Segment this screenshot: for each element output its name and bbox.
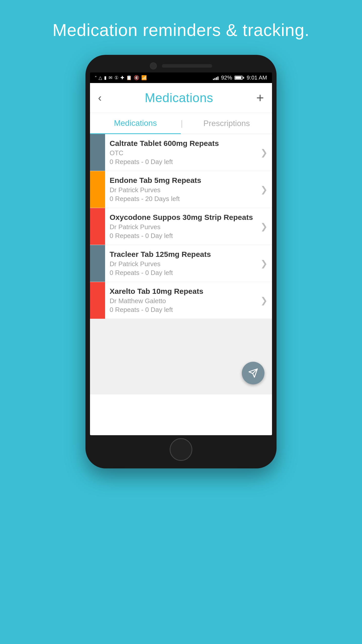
med-doctor-3: Dr Patrick Purves bbox=[110, 260, 256, 268]
fab-button[interactable] bbox=[242, 362, 264, 384]
tablet-icon: ▮ bbox=[104, 75, 107, 80]
phone-home-button[interactable] bbox=[170, 438, 192, 461]
num-icon: ① bbox=[114, 75, 118, 80]
med-item-3[interactable]: Tracleer Tab 125mg RepeatsDr Patrick Pur… bbox=[90, 245, 272, 282]
med-name-4: Xarelto Tab 10mg Repeats bbox=[110, 287, 256, 296]
med-repeats-3: 0 Repeats - 0 Day left bbox=[110, 269, 256, 277]
send-icon bbox=[248, 368, 258, 378]
med-item-2[interactable]: Oxycodone Suppos 30mg Strip RepeatsDr Pa… bbox=[90, 208, 272, 245]
med-info-2: Oxycodone Suppos 30mg Strip RepeatsDr Pa… bbox=[105, 208, 260, 245]
med-item-1[interactable]: Endone Tab 5mg RepeatsDr Patrick Purves0… bbox=[90, 171, 272, 208]
add-button[interactable]: + bbox=[256, 91, 264, 104]
med-doctor-0: OTC bbox=[110, 149, 256, 157]
med-doctor-4: Dr Matthew Galetto bbox=[110, 297, 256, 305]
med-repeats-0: 0 Repeats - 0 Day left bbox=[110, 158, 256, 166]
med-doctor-2: Dr Patrick Purves bbox=[110, 223, 256, 231]
med-item-0[interactable]: Caltrate Tablet 600mg RepeatsOTC0 Repeat… bbox=[90, 134, 272, 171]
med-repeats-2: 0 Repeats - 0 Day left bbox=[110, 232, 256, 240]
med-color-bar-2 bbox=[90, 208, 105, 245]
status-bar: “ △ ▮ ✉ ① ✚ 📋 🔇 📶 92% 9:01 AM bbox=[90, 72, 272, 83]
mail-icon: ✉ bbox=[109, 75, 112, 80]
battery-pct: 92% bbox=[221, 74, 232, 81]
status-right: 92% 9:01 AM bbox=[213, 74, 267, 81]
med-info-0: Caltrate Tablet 600mg RepeatsOTC0 Repeat… bbox=[105, 134, 260, 171]
med-repeats-1: 0 Repeats - 20 Days left bbox=[110, 195, 256, 203]
medication-list: Caltrate Tablet 600mg RepeatsOTC0 Repeat… bbox=[90, 134, 272, 319]
med-chevron-0: ❯ bbox=[260, 134, 272, 171]
back-button[interactable]: ‹ bbox=[98, 93, 102, 103]
page-headline: Medication reminders & tracking. bbox=[53, 20, 309, 40]
med-color-bar-4 bbox=[90, 282, 105, 319]
warning-icon: △ bbox=[99, 75, 102, 80]
med-repeats-4: 0 Repeats - 0 Day left bbox=[110, 306, 256, 314]
med-chevron-3: ❯ bbox=[260, 245, 272, 282]
mute-icon: 🔇 bbox=[134, 75, 139, 80]
med-name-2: Oxycodone Suppos 30mg Strip Repeats bbox=[110, 213, 256, 222]
med-doctor-1: Dr Patrick Purves bbox=[110, 186, 256, 194]
phone-camera bbox=[150, 62, 157, 69]
tabs-bar: Medications | Prescriptions bbox=[90, 113, 272, 134]
med-chevron-1: ❯ bbox=[260, 171, 272, 208]
med-info-1: Endone Tab 5mg RepeatsDr Patrick Purves0… bbox=[105, 171, 260, 208]
phone-screen: ‹ Medications + Medications | Prescripti… bbox=[90, 83, 272, 435]
med-color-bar-3 bbox=[90, 245, 105, 282]
med-info-3: Tracleer Tab 125mg RepeatsDr Patrick Pur… bbox=[105, 245, 260, 282]
app-header: ‹ Medications + bbox=[90, 83, 272, 113]
footer-area bbox=[90, 319, 272, 394]
med-info-4: Xarelto Tab 10mg RepeatsDr Matthew Galet… bbox=[105, 282, 260, 319]
med-name-1: Endone Tab 5mg Repeats bbox=[110, 176, 256, 185]
med-chevron-2: ❯ bbox=[260, 208, 272, 245]
phone-shell: “ △ ▮ ✉ ① ✚ 📋 🔇 📶 92% 9:01 AM bbox=[85, 55, 277, 468]
screen-title: Medications bbox=[145, 91, 213, 105]
med-name-3: Tracleer Tab 125mg Repeats bbox=[110, 250, 256, 259]
phone-speaker bbox=[162, 64, 212, 68]
signal-bars bbox=[213, 75, 218, 80]
battery-icon bbox=[235, 76, 244, 80]
cross-icon: ✚ bbox=[120, 75, 124, 80]
wifi-icon: 📶 bbox=[141, 75, 147, 80]
med-color-bar-1 bbox=[90, 171, 105, 208]
status-icons: “ △ ▮ ✉ ① ✚ 📋 🔇 📶 bbox=[95, 75, 147, 80]
tab-prescriptions[interactable]: Prescriptions bbox=[181, 113, 272, 134]
med-chevron-4: ❯ bbox=[260, 282, 272, 319]
clipboard-icon: 📋 bbox=[126, 75, 132, 80]
quote-icon: “ bbox=[95, 75, 97, 80]
med-item-4[interactable]: Xarelto Tab 10mg RepeatsDr Matthew Galet… bbox=[90, 282, 272, 319]
status-time: 9:01 AM bbox=[247, 74, 267, 81]
tab-medications[interactable]: Medications bbox=[90, 113, 181, 134]
med-name-0: Caltrate Tablet 600mg Repeats bbox=[110, 139, 256, 148]
med-color-bar-0 bbox=[90, 134, 105, 171]
